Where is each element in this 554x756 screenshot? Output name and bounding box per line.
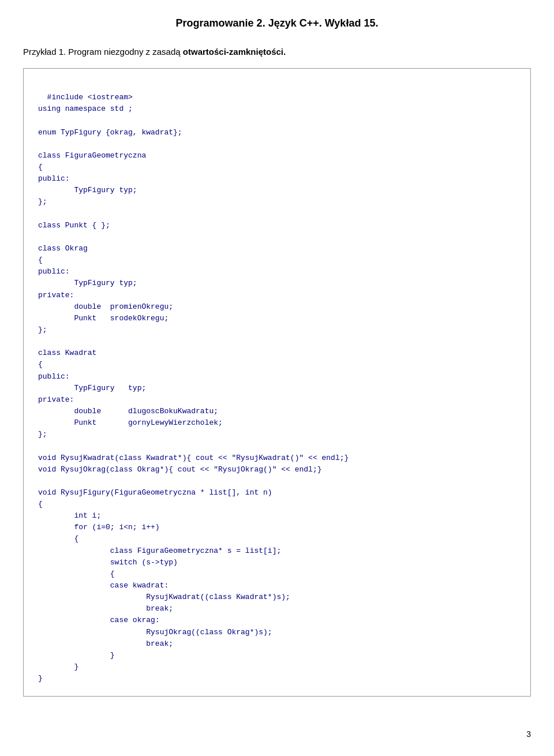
code-block: #include <iostream> using namespace std …	[23, 68, 531, 697]
page-header: Programowanie 2. Język C++. Wykład 15.	[23, 17, 531, 29]
example-bold: otwartości-zamkniętości.	[183, 47, 286, 57]
example-label: Przykład 1. Program niezgodny z zasadą	[23, 47, 183, 57]
page-title: Programowanie 2. Język C++. Wykład 15.	[23, 17, 531, 29]
example-title: Przykład 1. Program niezgodny z zasadą o…	[23, 47, 531, 57]
code-content: #include <iostream> using namespace std …	[38, 93, 349, 683]
page-number: 3	[526, 729, 531, 739]
